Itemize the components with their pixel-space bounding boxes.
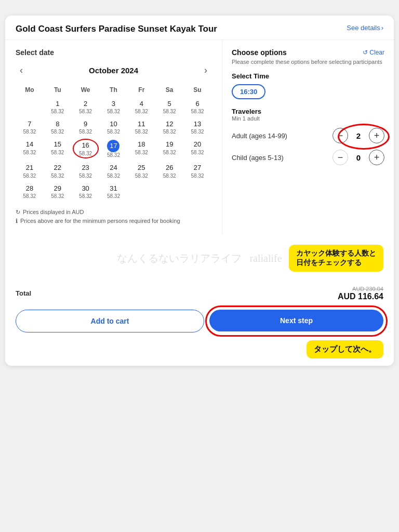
- child-increment-button[interactable]: +: [369, 150, 384, 165]
- see-details-link[interactable]: See details ›: [347, 24, 383, 32]
- day-number: 27: [194, 163, 201, 172]
- calendar-cell: 558.32: [155, 97, 183, 117]
- day-cell[interactable]: 1458.32: [17, 139, 43, 156]
- day-cell[interactable]: 858.32: [45, 118, 71, 136]
- select-date-label: Select date: [16, 48, 211, 57]
- booking-card: Gold Coast Surfers Paradise Sunset Kayak…: [5, 16, 394, 366]
- prev-month-button[interactable]: ‹: [16, 63, 27, 78]
- calendar-cell: 2058.32: [183, 137, 211, 161]
- day-number: 15: [54, 140, 61, 149]
- options-section: Choose options ↺ Clear Please complete t…: [222, 40, 394, 235]
- weekday-header: Mo: [16, 83, 44, 97]
- clear-button[interactable]: ↺ Clear: [363, 49, 384, 56]
- day-cell[interactable]: 258.32: [73, 98, 99, 115]
- day-number: 21: [26, 163, 33, 172]
- day-price: 58.32: [191, 129, 204, 135]
- day-cell[interactable]: 2058.32: [184, 139, 210, 156]
- day-cell[interactable]: 1958.32: [156, 139, 182, 156]
- day-number: 24: [110, 163, 117, 172]
- child-decrement-button[interactable]: −: [332, 150, 348, 165]
- day-cell[interactable]: 1758.32: [101, 139, 127, 159]
- day-number: 13: [194, 119, 201, 129]
- adult-label: Adult (ages 14-99): [232, 132, 287, 140]
- day-cell[interactable]: 2158.32: [17, 162, 43, 179]
- child-label: Child (ages 5-13): [232, 154, 284, 162]
- footer-buttons: Add to cart Next step: [5, 310, 394, 338]
- calendar-month: October 2024: [89, 66, 138, 75]
- card-body: Select date ‹ October 2024 › MoTuWeThFrS…: [5, 40, 394, 235]
- adult-increment-button[interactable]: +: [369, 128, 384, 143]
- calendar-cell: [183, 181, 211, 202]
- time-chip[interactable]: 16:30: [232, 84, 265, 99]
- adult-traveler-row: Adult (ages 14-99) − 2 +: [232, 128, 384, 143]
- calendar-cell: 2358.32: [72, 161, 100, 181]
- calendar-cell: 158.32: [44, 97, 72, 117]
- select-time-label: Select Time: [232, 72, 384, 80]
- calendar-cell: 958.32: [72, 117, 100, 137]
- add-to-cart-button[interactable]: Add to cart: [16, 310, 204, 332]
- day-cell[interactable]: 358.32: [101, 98, 127, 115]
- day-cell[interactable]: 2658.32: [156, 162, 182, 179]
- travelers-min: Min 1 adult: [232, 115, 384, 122]
- next-month-button[interactable]: ›: [200, 63, 211, 78]
- day-cell[interactable]: 958.32: [73, 118, 99, 136]
- day-cell[interactable]: 2258.32: [45, 162, 71, 179]
- adult-row-wrapper: Adult (ages 14-99) − 2 +: [232, 128, 384, 143]
- day-price: 58.32: [79, 151, 92, 156]
- day-cell[interactable]: 2758.32: [184, 162, 210, 179]
- total-row: Total AUD 230.04 AUD 116.64: [5, 282, 394, 303]
- day-cell[interactable]: 3058.32: [73, 183, 99, 200]
- day-price: 58.32: [107, 129, 120, 135]
- total-label: Total: [16, 289, 31, 297]
- day-number: 12: [166, 119, 173, 129]
- day-price: 58.32: [23, 173, 36, 179]
- annotation-area: カヤック体験する人数と 日付をチェックする なんくるないラリアライフ ralia…: [5, 235, 394, 282]
- day-cell[interactable]: 558.32: [156, 98, 182, 115]
- day-cell[interactable]: 1058.32: [101, 118, 127, 136]
- total-price-area: AUD 230.04 AUD 116.64: [338, 286, 383, 301]
- day-price: 58.32: [51, 193, 64, 199]
- calendar-cell: 1458.32: [16, 137, 44, 161]
- day-cell[interactable]: 2558.32: [128, 162, 154, 179]
- day-cell[interactable]: 1358.32: [184, 118, 210, 136]
- day-number: 2: [84, 99, 87, 109]
- calendar-cell: 2758.32: [183, 161, 211, 181]
- calendar-cell: 3058.32: [72, 181, 100, 202]
- calendar-cell: 758.32: [16, 117, 44, 137]
- calendar-nav: ‹ October 2024 ›: [16, 63, 211, 78]
- annotation-bubble-2: タップして次へ。: [307, 340, 383, 358]
- day-price: 58.32: [23, 129, 36, 135]
- day-number: 22: [54, 163, 61, 172]
- day-number: 31: [110, 184, 117, 193]
- next-step-button[interactable]: Next step: [209, 310, 383, 331]
- day-cell[interactable]: 3158.32: [101, 183, 127, 200]
- calendar-cell: 258.32: [72, 97, 100, 117]
- day-cell[interactable]: 1858.32: [128, 139, 154, 156]
- adult-decrement-button[interactable]: −: [332, 128, 348, 143]
- day-cell[interactable]: 758.32: [17, 118, 43, 136]
- day-cell[interactable]: 2458.32: [101, 162, 127, 179]
- day-price: 58.32: [163, 173, 176, 179]
- day-cell[interactable]: 158.32: [45, 98, 71, 115]
- day-cell[interactable]: 1158.32: [128, 118, 154, 136]
- day-cell[interactable]: 458.32: [128, 98, 154, 115]
- day-cell[interactable]: 2858.32: [17, 183, 43, 200]
- day-price: 58.32: [163, 109, 176, 114]
- day-cell[interactable]: 658.32: [184, 98, 210, 115]
- page-wrapper: Gold Coast Surfers Paradise Sunset Kayak…: [0, 10, 399, 371]
- day-cell[interactable]: 2358.32: [73, 162, 99, 179]
- day-number: 10: [110, 119, 117, 129]
- day-price: 58.32: [23, 150, 36, 155]
- calendar-cell: 2158.32: [16, 161, 44, 181]
- day-number: 5: [168, 99, 171, 109]
- card-header: Gold Coast Surfers Paradise Sunset Kayak…: [5, 16, 394, 40]
- day-cell[interactable]: 1258.32: [156, 118, 182, 136]
- day-price: 58.32: [51, 150, 64, 155]
- day-cell[interactable]: 1658.32: [73, 139, 99, 158]
- day-price: 58.32: [51, 173, 64, 179]
- day-cell[interactable]: 1558.32: [45, 139, 71, 156]
- calendar-section: Select date ‹ October 2024 › MoTuWeThFrS…: [5, 40, 222, 235]
- watermark: なんくるないラリアライフ ralialife: [117, 251, 282, 265]
- day-cell[interactable]: 2958.32: [45, 183, 71, 200]
- calendar-cell: 1358.32: [183, 117, 211, 137]
